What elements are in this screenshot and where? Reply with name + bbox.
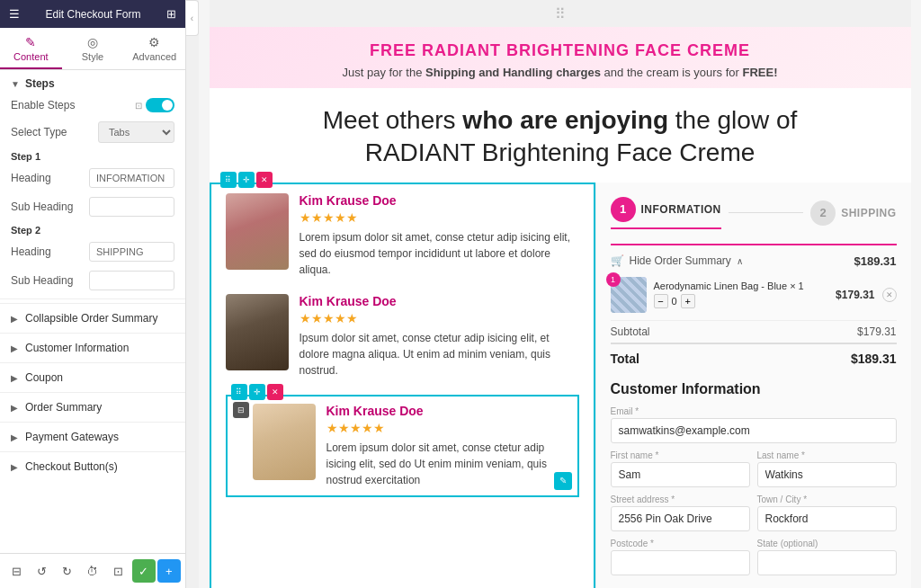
product-price: $179.31 bbox=[836, 289, 874, 301]
enable-steps-label: Enable Steps bbox=[11, 99, 75, 111]
reviewer-name-2: Kim Krause Doe bbox=[300, 294, 579, 308]
enable-steps-icon: ⊡ bbox=[135, 101, 142, 111]
stars-3: ★★★★★ bbox=[326, 421, 570, 435]
first-name-group: First name * bbox=[611, 450, 750, 487]
content-tab-icon: ✎ bbox=[4, 35, 58, 49]
town-group: Town / City * bbox=[757, 494, 897, 531]
responsive-button[interactable]: ⊡ bbox=[106, 559, 130, 583]
postcode-row: Postcode * State (optional) bbox=[611, 539, 897, 583]
step2-col: 2 SHIPPING bbox=[810, 200, 896, 226]
redo-button[interactable]: ↻ bbox=[56, 559, 79, 583]
card-settings-btn[interactable]: ✛ bbox=[249, 384, 265, 400]
stars-1: ★★★★★ bbox=[300, 210, 579, 225]
product-info: Aerodynamic Linen Bag - Blue × 1 − 0 + bbox=[654, 281, 829, 308]
card-delete-btn[interactable]: ✕ bbox=[267, 384, 283, 400]
remove-product-btn[interactable]: ✕ bbox=[882, 288, 897, 302]
edit-card-btn[interactable]: ✎ bbox=[554, 472, 572, 490]
last-name-group: Last name * bbox=[757, 450, 897, 487]
step2-heading-label: Heading bbox=[11, 245, 51, 258]
postcode-input[interactable] bbox=[611, 550, 750, 575]
qty-increase[interactable]: + bbox=[681, 294, 695, 308]
arrow-icon: ▶ bbox=[11, 403, 18, 413]
name-row: First name * Last name * bbox=[611, 450, 897, 494]
subtotal-line: Subtotal $179.31 bbox=[611, 320, 897, 343]
step1-subheading-input[interactable] bbox=[89, 197, 174, 217]
grid-icon[interactable]: ⊞ bbox=[166, 7, 176, 21]
review-content-3: Kim Krause Doe ★★★★★ Lorem ipsum dolor s… bbox=[326, 404, 570, 488]
banner-title: FREE RADIANT BRIGHTENING FACE CREME bbox=[228, 41, 893, 60]
arrow-icon: ▶ bbox=[11, 373, 18, 383]
chevron-up-icon: ∧ bbox=[737, 256, 743, 266]
layers-button[interactable]: ⊟ bbox=[4, 559, 28, 583]
step1-heading-label: Heading bbox=[11, 172, 51, 184]
review-content-1: Kim Krause Doe ★★★★★ Lorem ipsum dolor s… bbox=[300, 193, 579, 278]
tab-style[interactable]: ◎ Style bbox=[62, 28, 124, 69]
advanced-tab-icon: ⚙ bbox=[127, 35, 182, 49]
sidebar-item-collapsible-order-summary[interactable]: ▶ Collapsible Order Summary bbox=[0, 303, 185, 333]
steps-arrow: ▼ bbox=[11, 79, 20, 89]
step1-heading-row: Heading bbox=[0, 164, 185, 192]
street-group: Street address * bbox=[611, 494, 750, 531]
collapse-handle[interactable]: ‹ bbox=[186, 0, 199, 36]
sidebar-item-payment-gateways[interactable]: ▶ Payment Gateways bbox=[0, 422, 185, 451]
town-input[interactable] bbox=[757, 506, 897, 531]
sidebar-item-order-summary[interactable]: ▶ Order Summary bbox=[0, 392, 185, 422]
card-tools: ⠿ ✛ ✕ bbox=[231, 384, 283, 400]
col-delete-btn[interactable]: ✕ bbox=[256, 172, 273, 188]
page-wrapper: ⠿ FREE RADIANT BRIGHTENING FACE CREME Ju… bbox=[210, 0, 911, 588]
customer-info-title: Customer Information bbox=[611, 381, 897, 397]
card-move-btn[interactable]: ⠿ bbox=[231, 384, 247, 400]
product-thumbnail: 1 bbox=[611, 277, 647, 313]
summary-header: 🛒 Hide Order Summary ∧ $189.31 bbox=[611, 254, 897, 268]
step2-subheading-input[interactable] bbox=[89, 271, 174, 290]
first-name-input[interactable] bbox=[611, 462, 750, 487]
cart-icon: 🛒 bbox=[611, 254, 624, 267]
sidebar-header: ☰ Edit Checkout Form ⊞ bbox=[0, 0, 185, 28]
street-input[interactable] bbox=[611, 506, 750, 531]
bottom-toolbar: ⊟ ↺ ↻ ⏱ ⊡ ✓ + bbox=[0, 553, 185, 588]
review-text-1: Lorem ipsum dolor sit amet, conse ctetur… bbox=[300, 229, 579, 278]
state-label: State (optional) bbox=[757, 539, 897, 548]
review-content-2: Kim Krause Doe ★★★★★ Ipsum dolor sit ame… bbox=[300, 294, 579, 379]
select-type-dropdown[interactable]: Tabs Numbers Progress bbox=[98, 121, 174, 143]
two-col-layout: ⠿ ✛ ✕ Kim Krause Doe ★★★★★ Lorem ipsum d… bbox=[210, 183, 911, 588]
steps-divider bbox=[729, 212, 803, 213]
step1-subheading-row: Sub Heading bbox=[0, 192, 185, 221]
last-name-label: Last name * bbox=[757, 450, 897, 460]
history-button[interactable]: ⏱ bbox=[81, 559, 104, 583]
qty-decrease[interactable]: − bbox=[654, 294, 668, 308]
enable-steps-row: Enable Steps ⊡ bbox=[0, 94, 185, 117]
first-name-label: First name * bbox=[611, 450, 750, 460]
move-col-btn[interactable]: ⠿ bbox=[220, 172, 237, 188]
product-name: Aerodynamic Linen Bag - Blue × 1 bbox=[654, 281, 829, 291]
review-avatar-1 bbox=[226, 193, 289, 270]
sidebar-item-checkout-buttons[interactable]: ▶ Checkout Button(s) bbox=[0, 451, 185, 481]
state-input[interactable] bbox=[757, 550, 897, 575]
arrow-icon: ▶ bbox=[11, 432, 18, 442]
hide-order-label[interactable]: Hide Order Summary bbox=[630, 254, 731, 267]
step1-subheading-label: Sub Heading bbox=[11, 200, 73, 213]
col-settings-btn[interactable]: ✛ bbox=[238, 172, 255, 188]
enable-steps-toggle[interactable] bbox=[146, 98, 174, 112]
email-input[interactable] bbox=[611, 418, 897, 443]
product-row: 1 Aerodynamic Linen Bag - Blue × 1 − 0 +… bbox=[611, 277, 897, 313]
undo-button[interactable]: ↺ bbox=[30, 559, 53, 583]
review-card-3[interactable]: ⠿ ✛ ✕ ⊟ Kim Krause Doe ★★★★★ Lorem ipsum… bbox=[226, 395, 579, 497]
save-button[interactable]: ✓ bbox=[132, 559, 156, 583]
step2-heading-row: Heading bbox=[0, 237, 185, 266]
reviewer-name-1: Kim Krause Doe bbox=[300, 193, 579, 208]
add-button[interactable]: + bbox=[157, 559, 181, 583]
product-badge: 1 bbox=[606, 272, 621, 287]
drag-icon: ⠿ bbox=[555, 5, 566, 22]
last-name-input[interactable] bbox=[757, 462, 897, 487]
tab-content[interactable]: ✎ Content bbox=[0, 28, 62, 69]
sidebar-item-customer-information[interactable]: ▶ Customer Information bbox=[0, 333, 185, 362]
sidebar-item-coupon[interactable]: ▶ Coupon bbox=[0, 362, 185, 392]
step2-heading-input[interactable] bbox=[89, 242, 174, 262]
steps-section-title: ▼ Steps bbox=[0, 70, 185, 94]
step1-heading-input[interactable] bbox=[89, 168, 174, 188]
menu-icon[interactable]: ☰ bbox=[9, 7, 20, 21]
tab-advanced[interactable]: ⚙ Advanced bbox=[123, 28, 185, 69]
qty-value: 0 bbox=[672, 296, 677, 307]
state-group: State (optional) bbox=[757, 539, 897, 575]
